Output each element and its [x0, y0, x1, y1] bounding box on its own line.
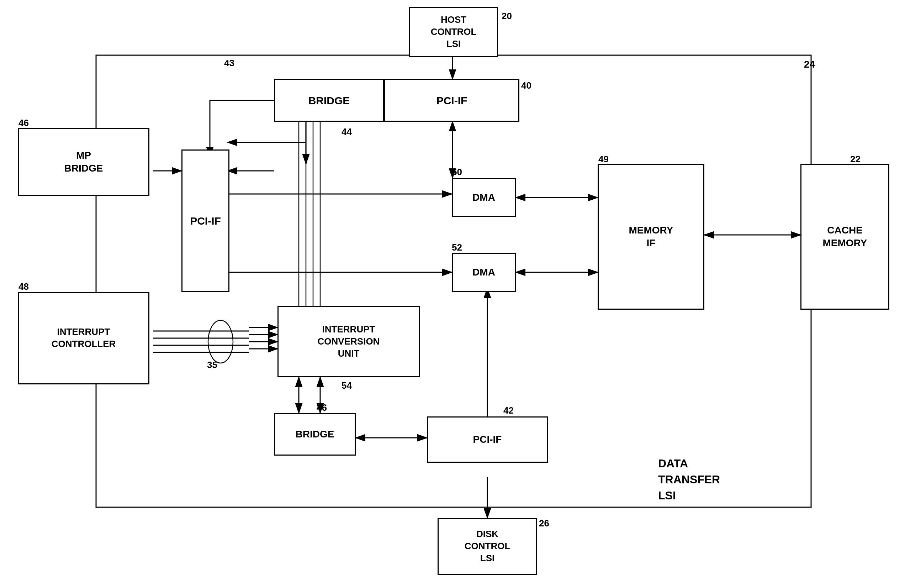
ref-43: 43	[224, 58, 235, 69]
pci-if-bottom-box: PCI-IF	[427, 416, 548, 463]
pci-if-left-box: PCI-IF	[181, 149, 229, 292]
diagram: HOSTCONTROLLSI 20 DATATRANSFERLSI 24 PCI…	[0, 0, 905, 588]
interrupt-controller-box: INTERRUPTCONTROLLER	[18, 292, 149, 385]
ref-35: 35	[207, 359, 218, 370]
ref-42: 42	[503, 405, 514, 416]
ref-50: 50	[452, 167, 462, 178]
pci-if-top-box: PCI-IF	[384, 79, 519, 122]
svg-point-33	[208, 320, 233, 363]
ref-48: 48	[19, 281, 29, 292]
mp-bridge-box: MPBRIDGE	[18, 128, 149, 196]
data-transfer-lsi-label: DATATRANSFERLSI	[658, 456, 720, 503]
icu-box: INTERRUPTCONVERSIONUNIT	[278, 306, 420, 377]
dma-bottom-box: DMA	[452, 253, 516, 292]
ref-54: 54	[341, 380, 352, 391]
disk-control-lsi-box: DISKCONTROLLSI	[438, 518, 537, 575]
ref-24: 24	[804, 59, 815, 70]
bridge-top-box: BRIDGE	[274, 79, 384, 122]
ref-20: 20	[502, 11, 512, 22]
ref-22: 22	[850, 154, 861, 165]
ref-46-bottom: 46	[317, 402, 327, 413]
cache-memory-box: CACHEMEMORY	[800, 164, 889, 310]
ref-40: 40	[521, 80, 532, 91]
dma-top-box: DMA	[452, 178, 516, 217]
ref-52: 52	[452, 242, 462, 253]
memory-if-box: MEMORYIF	[598, 164, 704, 310]
ref-44: 44	[341, 126, 352, 137]
ref-49: 49	[599, 154, 609, 165]
bridge-bottom-box: BRIDGE	[274, 413, 356, 456]
ref-46-mp: 46	[19, 118, 29, 129]
host-control-lsi-box: HOSTCONTROLLSI	[409, 7, 498, 57]
ref-26: 26	[539, 518, 549, 529]
